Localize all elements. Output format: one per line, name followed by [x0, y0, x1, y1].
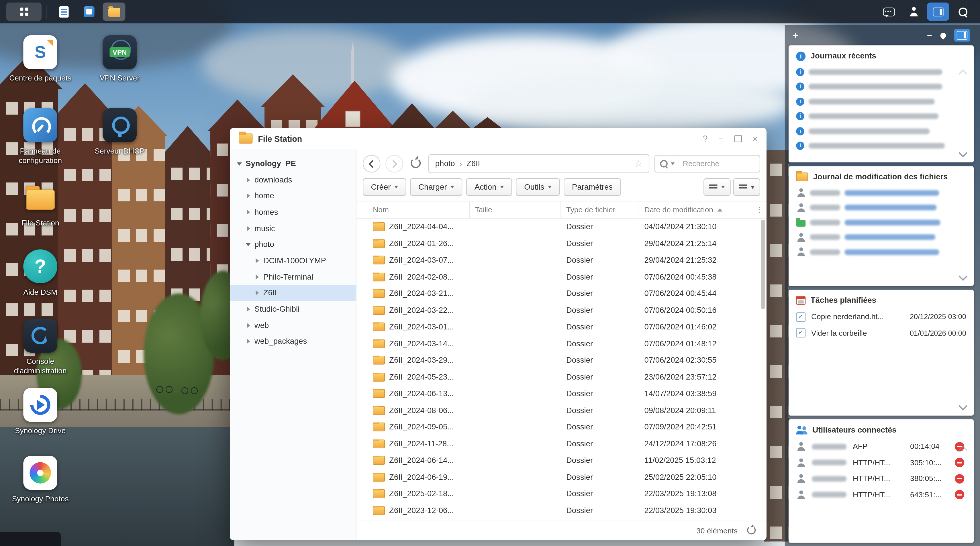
refresh-button[interactable] [408, 155, 423, 172]
scrollbar-thumb[interactable] [761, 220, 765, 309]
disconnect-user-icon[interactable] [955, 458, 964, 468]
minimized-window-chip[interactable] [0, 532, 61, 546]
connected-user-row[interactable]: HTTP/HT... 643:51:... [789, 487, 974, 503]
file-row[interactable]: Z6II_2024-04-04... Dossier 04/04/2024 21… [356, 219, 767, 235]
expander-icon[interactable] [254, 257, 260, 264]
file-row[interactable]: Z6II_2024-05-23... Dossier 23/06/2024 23… [356, 369, 767, 385]
log-entry[interactable]: i [789, 124, 974, 139]
desktop-icon[interactable]: Synology Drive [5, 388, 76, 436]
file-row[interactable]: Z6II_2024-06-14... Dossier 11/02/2025 15… [356, 452, 767, 469]
log-entry[interactable]: i [789, 65, 974, 79]
file-change-entry[interactable] [789, 200, 974, 215]
expander-icon[interactable] [254, 290, 260, 296]
disconnect-user-icon[interactable] [955, 490, 964, 500]
breadcrumb-current[interactable]: Z6II [466, 159, 480, 168]
search-options-caret-icon[interactable] [671, 162, 675, 165]
column-name[interactable]: Nom [373, 202, 470, 218]
column-options-icon[interactable]: ⋮ [753, 205, 767, 214]
expander-icon[interactable] [245, 209, 251, 216]
file-row[interactable]: Z6II_2024-03-14... Dossier 07/06/2024 01… [356, 335, 767, 352]
view-mode-button[interactable] [703, 178, 731, 196]
file-change-entry[interactable] [789, 244, 974, 260]
sidebar-item[interactable]: home [230, 188, 356, 204]
scheduled-task-row[interactable]: ✓ Copie nerderland.ht... 20/12/2025 03:0… [789, 309, 974, 325]
file-row[interactable]: Z6II_2024-11-28... Dossier 24/12/2024 17… [356, 435, 767, 452]
expander-icon[interactable] [236, 160, 242, 167]
sidebar-item[interactable]: Studio-Ghibli [230, 301, 356, 317]
toolbar-button[interactable]: Charger [410, 178, 463, 196]
file-row[interactable]: Z6II_2024-03-21... Dossier 07/06/2024 00… [356, 285, 767, 302]
expander-icon[interactable] [245, 177, 251, 183]
back-button[interactable] [363, 155, 380, 173]
desktop-icon[interactable]: Serveur DHCP [84, 108, 155, 156]
search-button[interactable] [951, 3, 974, 21]
sidebar-item[interactable]: web [230, 317, 356, 333]
widget-panel-button[interactable] [927, 3, 949, 21]
file-row[interactable]: Z6II_2024-06-13... Dossier 14/07/2024 03… [356, 385, 767, 402]
expander-icon[interactable] [245, 193, 251, 199]
sidebar-item[interactable]: Synology_PE [230, 156, 356, 171]
file-change-entry[interactable] [789, 186, 974, 200]
file-row[interactable]: Z6II_2024-01-26... Dossier 29/04/2024 21… [356, 235, 767, 252]
sidebar-item[interactable]: music [230, 220, 356, 236]
scheduled-task-row[interactable]: ✓ Vider la corbeille 01/01/2026 00:00 [789, 325, 974, 341]
taskbar-app-button[interactable] [52, 3, 75, 21]
task-check-icon[interactable]: ✓ [796, 328, 805, 338]
taskbar-app-button[interactable] [77, 3, 100, 21]
disconnect-user-icon[interactable] [955, 474, 964, 484]
panel-toggle-button[interactable] [954, 29, 970, 41]
help-icon[interactable]: ? [703, 134, 708, 143]
close-icon[interactable]: × [752, 134, 758, 143]
scroll-down-icon[interactable] [959, 402, 967, 411]
sidebar-item[interactable]: downloads [230, 171, 356, 187]
scroll-down-icon[interactable] [959, 272, 967, 281]
file-row[interactable]: Z6II_2024-03-07... Dossier 29/04/2024 21… [356, 252, 767, 268]
notifications-button[interactable] [878, 3, 900, 21]
main-menu-button[interactable] [6, 3, 41, 21]
file-row[interactable]: Z6II_2024-03-01... Dossier 07/06/2024 01… [356, 319, 767, 335]
column-date[interactable]: Date de modification [639, 202, 753, 218]
toolbar-button[interactable]: Outils [516, 178, 560, 196]
desktop-icon[interactable]: File Station [5, 180, 76, 228]
footer-refresh-button[interactable] [744, 522, 759, 539]
forward-button[interactable] [385, 155, 403, 173]
file-change-entry[interactable] [789, 215, 974, 230]
sidebar-item[interactable]: Z6II [230, 285, 356, 301]
connected-user-row[interactable]: AFP 00:14:04 [789, 438, 974, 455]
breadcrumb-parent[interactable]: photo [435, 159, 455, 168]
expander-icon[interactable] [245, 338, 251, 344]
search-input[interactable] [681, 159, 747, 169]
desktop-icon[interactable]: S Centre de paquets [5, 35, 76, 83]
sidebar-item[interactable]: photo [230, 236, 356, 252]
file-row[interactable]: Z6II_2024-06-19... Dossier 25/02/2025 22… [356, 469, 767, 485]
sort-button[interactable] [733, 178, 760, 196]
file-change-entry[interactable] [789, 230, 974, 245]
log-entry[interactable]: i [789, 94, 974, 109]
desktop-icon[interactable]: Panneau de configuration [5, 108, 76, 165]
search-box[interactable] [654, 155, 760, 173]
column-size[interactable]: Taille [470, 202, 562, 218]
toolbar-button[interactable]: Créer [363, 178, 406, 196]
file-row[interactable]: Z6II_2024-09-05... Dossier 07/09/2024 20… [356, 419, 767, 435]
expander-icon[interactable] [245, 225, 251, 232]
taskbar-app-button[interactable] [103, 3, 125, 21]
column-type[interactable]: Type de fichier [561, 202, 639, 218]
expander-icon[interactable] [245, 241, 251, 248]
file-row[interactable]: Z6II_2024-02-08... Dossier 07/06/2024 00… [356, 268, 767, 285]
collapse-widgets-icon[interactable]: − [927, 31, 932, 40]
connected-user-row[interactable]: HTTP/HT... 380:05:... [789, 471, 974, 487]
titlebar[interactable]: File Station ? − × [230, 128, 767, 149]
minimize-icon[interactable]: − [718, 134, 724, 143]
toolbar-button[interactable]: Action [466, 178, 512, 196]
file-row[interactable]: Z6II_2024-08-06... Dossier 09/08/2024 20… [356, 402, 767, 419]
sidebar-item[interactable]: homes [230, 204, 356, 220]
sidebar-item[interactable]: DCIM-100OLYMP [230, 253, 356, 269]
task-check-icon[interactable]: ✓ [796, 312, 805, 322]
add-widget-icon[interactable]: + [792, 30, 799, 40]
toolbar-button[interactable]: Paramètres [564, 178, 621, 196]
file-row[interactable]: Z6II_2025-02-18... Dossier 22/03/2025 19… [356, 486, 767, 502]
expander-icon[interactable] [254, 274, 260, 280]
connected-user-row[interactable]: HTTP/HT... 305:10:... [789, 455, 974, 471]
file-row[interactable]: Z6II_2024-03-29... Dossier 07/06/2024 02… [356, 352, 767, 369]
expander-icon[interactable] [245, 306, 251, 312]
